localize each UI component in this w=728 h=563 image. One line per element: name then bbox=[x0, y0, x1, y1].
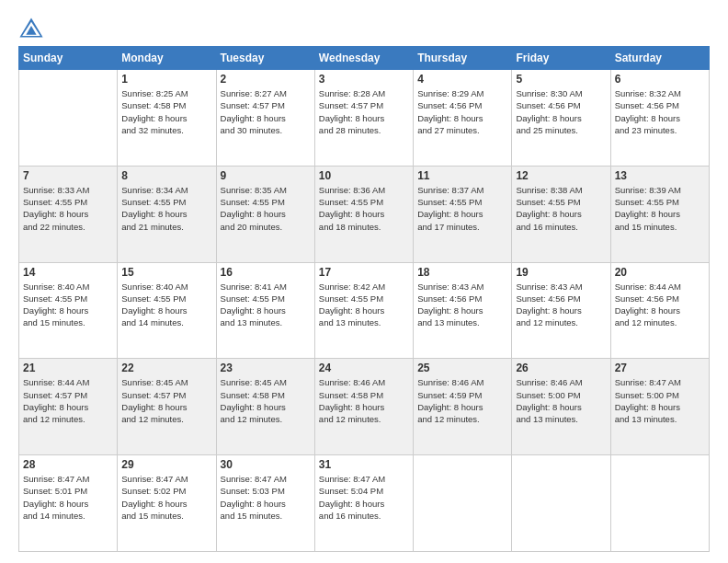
calendar-cell: 3Sunrise: 8:28 AMSunset: 4:57 PMDaylight… bbox=[314, 70, 413, 167]
cell-content: Sunrise: 8:28 AMSunset: 4:57 PMDaylight:… bbox=[319, 87, 409, 136]
calendar-cell: 10Sunrise: 8:36 AMSunset: 4:55 PMDayligh… bbox=[314, 166, 413, 262]
calendar-week-row: 28Sunrise: 8:47 AMSunset: 5:01 PMDayligh… bbox=[19, 455, 710, 552]
calendar-cell: 5Sunrise: 8:30 AMSunset: 4:56 PMDaylight… bbox=[512, 70, 610, 167]
logo bbox=[18, 17, 48, 39]
cell-content: Sunrise: 8:43 AMSunset: 4:56 PMDaylight:… bbox=[516, 281, 606, 329]
cell-content: Sunrise: 8:44 AMSunset: 4:56 PMDaylight:… bbox=[615, 281, 705, 329]
day-number: 24 bbox=[319, 362, 409, 374]
calendar-header-sunday: Sunday bbox=[19, 47, 118, 70]
day-number: 26 bbox=[516, 362, 606, 374]
calendar-cell: 18Sunrise: 8:43 AMSunset: 4:56 PMDayligh… bbox=[414, 262, 512, 359]
cell-content: Sunrise: 8:37 AMSunset: 4:55 PMDaylight:… bbox=[417, 184, 507, 233]
cell-content: Sunrise: 8:38 AMSunset: 4:55 PMDaylight:… bbox=[516, 184, 606, 233]
day-number: 7 bbox=[23, 169, 113, 182]
calendar-cell: 20Sunrise: 8:44 AMSunset: 4:56 PMDayligh… bbox=[610, 262, 709, 359]
calendar-header-row: SundayMondayTuesdayWednesdayThursdayFrid… bbox=[19, 47, 710, 70]
cell-content: Sunrise: 8:42 AMSunset: 4:55 PMDaylight:… bbox=[319, 281, 409, 329]
calendar-cell: 21Sunrise: 8:44 AMSunset: 4:57 PMDayligh… bbox=[19, 359, 118, 455]
logo-icon bbox=[18, 17, 44, 39]
calendar-cell: 4Sunrise: 8:29 AMSunset: 4:56 PMDaylight… bbox=[414, 70, 512, 167]
cell-content: Sunrise: 8:27 AMSunset: 4:57 PMDaylight:… bbox=[221, 87, 311, 136]
cell-content: Sunrise: 8:45 AMSunset: 4:57 PMDaylight:… bbox=[121, 376, 211, 425]
cell-content: Sunrise: 8:39 AMSunset: 4:55 PMDaylight:… bbox=[615, 184, 705, 233]
header bbox=[18, 17, 710, 39]
day-number: 18 bbox=[417, 266, 507, 279]
calendar-cell: 30Sunrise: 8:47 AMSunset: 5:03 PMDayligh… bbox=[216, 455, 314, 552]
cell-content: Sunrise: 8:25 AMSunset: 4:58 PMDaylight:… bbox=[121, 87, 211, 136]
calendar-header-saturday: Saturday bbox=[610, 47, 709, 70]
cell-content: Sunrise: 8:30 AMSunset: 4:56 PMDaylight:… bbox=[516, 87, 606, 136]
calendar-cell: 9Sunrise: 8:35 AMSunset: 4:55 PMDaylight… bbox=[216, 166, 314, 262]
day-number: 6 bbox=[615, 73, 705, 86]
day-number: 16 bbox=[221, 266, 311, 279]
calendar-week-row: 14Sunrise: 8:40 AMSunset: 4:55 PMDayligh… bbox=[19, 262, 710, 359]
calendar-header-tuesday: Tuesday bbox=[216, 47, 314, 70]
page: SundayMondayTuesdayWednesdayThursdayFrid… bbox=[0, 0, 728, 563]
day-number: 11 bbox=[417, 169, 507, 182]
cell-content: Sunrise: 8:41 AMSunset: 4:55 PMDaylight:… bbox=[221, 281, 311, 329]
calendar-header-friday: Friday bbox=[512, 47, 610, 70]
cell-content: Sunrise: 8:46 AMSunset: 4:59 PMDaylight:… bbox=[417, 376, 507, 425]
cell-content: Sunrise: 8:44 AMSunset: 4:57 PMDaylight:… bbox=[23, 376, 113, 425]
calendar-cell: 7Sunrise: 8:33 AMSunset: 4:55 PMDaylight… bbox=[19, 166, 118, 262]
calendar-cell: 15Sunrise: 8:40 AMSunset: 4:55 PMDayligh… bbox=[118, 262, 216, 359]
cell-content: Sunrise: 8:47 AMSunset: 5:01 PMDaylight:… bbox=[23, 473, 113, 522]
cell-content: Sunrise: 8:40 AMSunset: 4:55 PMDaylight:… bbox=[23, 281, 113, 329]
day-number: 22 bbox=[121, 362, 211, 374]
calendar-cell: 14Sunrise: 8:40 AMSunset: 4:55 PMDayligh… bbox=[19, 262, 118, 359]
calendar-cell: 13Sunrise: 8:39 AMSunset: 4:55 PMDayligh… bbox=[610, 166, 709, 262]
day-number: 15 bbox=[121, 266, 211, 279]
calendar-week-row: 7Sunrise: 8:33 AMSunset: 4:55 PMDaylight… bbox=[19, 166, 710, 262]
cell-content: Sunrise: 8:32 AMSunset: 4:56 PMDaylight:… bbox=[615, 87, 705, 136]
day-number: 3 bbox=[319, 73, 409, 86]
calendar-cell: 11Sunrise: 8:37 AMSunset: 4:55 PMDayligh… bbox=[414, 166, 512, 262]
day-number: 19 bbox=[516, 266, 606, 279]
day-number: 5 bbox=[516, 73, 606, 86]
calendar-cell: 27Sunrise: 8:47 AMSunset: 5:00 PMDayligh… bbox=[610, 359, 709, 455]
calendar-cell: 29Sunrise: 8:47 AMSunset: 5:02 PMDayligh… bbox=[118, 455, 216, 552]
cell-content: Sunrise: 8:40 AMSunset: 4:55 PMDaylight:… bbox=[121, 281, 211, 329]
calendar-cell bbox=[414, 455, 512, 552]
calendar-cell: 16Sunrise: 8:41 AMSunset: 4:55 PMDayligh… bbox=[216, 262, 314, 359]
calendar-cell: 26Sunrise: 8:46 AMSunset: 5:00 PMDayligh… bbox=[512, 359, 610, 455]
day-number: 17 bbox=[319, 266, 409, 279]
day-number: 31 bbox=[319, 458, 409, 471]
cell-content: Sunrise: 8:45 AMSunset: 4:58 PMDaylight:… bbox=[221, 376, 311, 425]
cell-content: Sunrise: 8:47 AMSunset: 5:04 PMDaylight:… bbox=[319, 473, 409, 522]
calendar-cell: 17Sunrise: 8:42 AMSunset: 4:55 PMDayligh… bbox=[314, 262, 413, 359]
calendar-cell: 2Sunrise: 8:27 AMSunset: 4:57 PMDaylight… bbox=[216, 70, 314, 167]
cell-content: Sunrise: 8:35 AMSunset: 4:55 PMDaylight:… bbox=[221, 184, 311, 233]
calendar-cell bbox=[512, 455, 610, 552]
calendar-cell: 1Sunrise: 8:25 AMSunset: 4:58 PMDaylight… bbox=[118, 70, 216, 167]
calendar-cell bbox=[610, 455, 709, 552]
cell-content: Sunrise: 8:34 AMSunset: 4:55 PMDaylight:… bbox=[121, 184, 211, 233]
cell-content: Sunrise: 8:46 AMSunset: 5:00 PMDaylight:… bbox=[516, 376, 606, 425]
day-number: 30 bbox=[221, 458, 311, 471]
calendar-cell: 25Sunrise: 8:46 AMSunset: 4:59 PMDayligh… bbox=[414, 359, 512, 455]
day-number: 4 bbox=[417, 73, 507, 86]
calendar-cell: 22Sunrise: 8:45 AMSunset: 4:57 PMDayligh… bbox=[118, 359, 216, 455]
day-number: 1 bbox=[121, 73, 211, 86]
day-number: 9 bbox=[221, 169, 311, 182]
day-number: 29 bbox=[121, 458, 211, 471]
calendar-cell: 23Sunrise: 8:45 AMSunset: 4:58 PMDayligh… bbox=[216, 359, 314, 455]
calendar-cell: 28Sunrise: 8:47 AMSunset: 5:01 PMDayligh… bbox=[19, 455, 118, 552]
calendar-cell: 12Sunrise: 8:38 AMSunset: 4:55 PMDayligh… bbox=[512, 166, 610, 262]
calendar-week-row: 21Sunrise: 8:44 AMSunset: 4:57 PMDayligh… bbox=[19, 359, 710, 455]
cell-content: Sunrise: 8:47 AMSunset: 5:03 PMDaylight:… bbox=[221, 473, 311, 522]
calendar-cell: 31Sunrise: 8:47 AMSunset: 5:04 PMDayligh… bbox=[314, 455, 413, 552]
day-number: 27 bbox=[615, 362, 705, 374]
day-number: 21 bbox=[23, 362, 113, 374]
cell-content: Sunrise: 8:43 AMSunset: 4:56 PMDaylight:… bbox=[417, 281, 507, 329]
day-number: 10 bbox=[319, 169, 409, 182]
calendar-table: SundayMondayTuesdayWednesdayThursdayFrid… bbox=[18, 46, 710, 552]
cell-content: Sunrise: 8:47 AMSunset: 5:00 PMDaylight:… bbox=[615, 376, 705, 425]
day-number: 14 bbox=[23, 266, 113, 279]
day-number: 8 bbox=[121, 169, 211, 182]
cell-content: Sunrise: 8:46 AMSunset: 4:58 PMDaylight:… bbox=[319, 376, 409, 425]
cell-content: Sunrise: 8:33 AMSunset: 4:55 PMDaylight:… bbox=[23, 184, 113, 233]
cell-content: Sunrise: 8:29 AMSunset: 4:56 PMDaylight:… bbox=[417, 87, 507, 136]
calendar-cell: 24Sunrise: 8:46 AMSunset: 4:58 PMDayligh… bbox=[314, 359, 413, 455]
day-number: 20 bbox=[615, 266, 705, 279]
day-number: 12 bbox=[516, 169, 606, 182]
